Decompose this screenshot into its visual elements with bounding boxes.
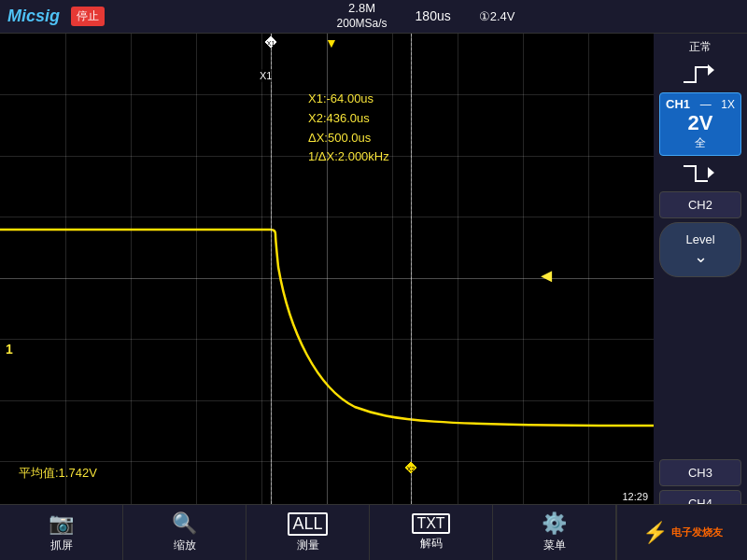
- timebase-display[interactable]: 180us: [416, 8, 451, 23]
- sample-rate-bot: 200MSa/s: [337, 17, 388, 32]
- decode-icon: TXT: [412, 513, 449, 534]
- ch3-button[interactable]: CH3: [659, 459, 741, 486]
- ch2-button[interactable]: CH2: [659, 191, 741, 218]
- measure-label: 测量: [297, 538, 319, 553]
- meas-x1: X1:-64.00us: [308, 90, 389, 109]
- meas-delta: ΔX:500.0us: [308, 129, 389, 148]
- menu-button[interactable]: ⚙️ 菜单: [493, 505, 616, 560]
- normal-status-label: 正常: [659, 39, 741, 55]
- average-value: 平均值:1.742V: [19, 465, 97, 482]
- rising-trigger-icon[interactable]: [659, 61, 741, 89]
- svg-marker-4: [708, 64, 714, 76]
- ch1-coupling: —: [700, 98, 712, 111]
- zoom-label: 缩放: [174, 538, 196, 553]
- svg-text:X2: X2: [407, 466, 416, 472]
- level-chevron: ⌄: [664, 246, 737, 267]
- bottom-toolbar: 📷 抓屏 🔍 缩放 ALL 测量 TXT 解码 ⚙️ 菜单 ⚡ 电子发烧友: [0, 504, 747, 560]
- stop-button[interactable]: 停止: [71, 7, 105, 26]
- decode-button[interactable]: TXT 解码: [370, 505, 493, 560]
- cursor-x1-label: X1: [258, 69, 274, 82]
- top-bar: Micsig 停止 2.8M 200MSa/s 180us ①2.4V: [0, 0, 747, 34]
- sample-rate: 2.8M 200MSa/s: [337, 1, 388, 31]
- bottom-logo-area: ⚡ 电子发烧友: [616, 505, 747, 560]
- cursor-x1-line: [271, 34, 272, 523]
- falling-trigger-icon[interactable]: [659, 160, 741, 188]
- trigger-position-marker: ▼: [325, 35, 338, 50]
- trigger-level-display: ①2.4V: [479, 9, 515, 23]
- level-arrow: ◄: [537, 265, 556, 287]
- elec-logo-text: 电子发烧友: [671, 525, 723, 539]
- ch1-button[interactable]: CH1 — 1X 2V 全: [659, 92, 741, 156]
- measure-icon: ALL: [288, 512, 327, 536]
- ch1-probe: 1X: [721, 98, 735, 111]
- time-display: 12:29: [622, 491, 648, 502]
- decode-label: 解码: [420, 536, 443, 552]
- cursor-x1-top: X1: [264, 35, 277, 49]
- measurement-box: X1:-64.00us X2:436.0us ΔX:500.0us 1/ΔX:2…: [308, 90, 389, 167]
- meas-x2: X2:436.0us: [308, 109, 389, 129]
- cursor-x2-bottom: X2: [404, 461, 417, 478]
- zoom-button[interactable]: 🔍 缩放: [123, 505, 247, 560]
- scope-area: X1 X1 X2 X1:-64.00us X2:436.0us ΔX:500.0…: [0, 34, 654, 523]
- level-label: Level: [664, 232, 737, 246]
- lightning-icon: ⚡: [642, 521, 668, 545]
- menu-label: 菜单: [543, 538, 566, 553]
- sample-rate-top: 2.8M: [348, 1, 375, 17]
- ch1-full-label: 全: [666, 135, 735, 151]
- svg-text:X1: X1: [267, 40, 275, 47]
- zoom-icon: 🔍: [172, 511, 197, 536]
- measure-button[interactable]: ALL 测量: [247, 505, 370, 560]
- capture-button[interactable]: 📷 抓屏: [0, 505, 123, 560]
- logo: Micsig: [0, 7, 67, 26]
- cursor-x2-line: [411, 34, 412, 523]
- level-button[interactable]: Level ⌄: [659, 222, 741, 277]
- ch1-channel-marker: 1: [6, 342, 13, 357]
- right-panel: 正常 CH1 — 1X 2V 全 CH2 Level ⌄ CH3 CH4: [654, 34, 747, 523]
- ch1-voltage: 2V: [666, 111, 735, 135]
- top-center: 2.8M 200MSa/s 180us ①2.4V: [105, 1, 747, 31]
- menu-icon: ⚙️: [542, 511, 567, 536]
- svg-marker-5: [708, 167, 714, 178]
- ch1-label: CH1: [666, 97, 690, 111]
- meas-freq: 1/ΔX:2.000kHz: [308, 147, 389, 167]
- camera-icon: 📷: [49, 511, 74, 536]
- capture-label: 抓屏: [50, 538, 73, 553]
